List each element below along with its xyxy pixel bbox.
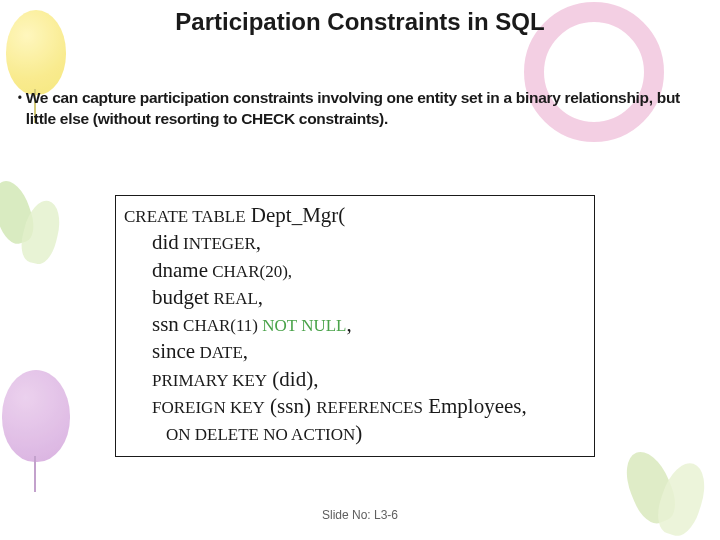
kw-not-null: NOT NULL [262,316,346,335]
code-line-1: CREATE TABLE Dept_Mgr( [124,202,586,229]
ref-table: Employees, [423,394,527,418]
kw-create-table: CREATE TABLE [124,207,246,226]
code-line-2: did INTEGER, [124,229,586,256]
comma: , [258,285,263,309]
kw-primary-key: PRIMARY KEY [152,371,267,390]
bullet-item: • We can capture participation constrain… [14,88,694,130]
col-ssn: ssn [152,312,179,336]
code-line-7: PRIMARY KEY (did), [124,366,586,393]
type-date: DATE [195,343,243,362]
decoration-leaves-left [0,170,64,290]
comma: , [243,339,248,363]
decoration-balloon-purple [2,370,70,462]
col-dname: dname [152,258,208,282]
comma: , [347,312,352,336]
col-did: did [152,230,179,254]
code-line-9: ON DELETE NO ACTION) [124,420,586,447]
code-line-5: ssn CHAR(11) NOT NULL, [124,311,586,338]
pk-cols: (did), [267,367,318,391]
kw-references: REFERENCES [316,398,423,417]
kw-foreign-key: FOREIGN KEY [152,398,265,417]
table-name: Dept_Mgr( [246,203,346,227]
kw-on-delete: ON DELETE NO ACTION [166,425,355,444]
col-budget: budget [152,285,209,309]
code-line-6: since DATE, [124,338,586,365]
bullet-marker: • [14,88,26,108]
col-since: since [152,339,195,363]
code-line-4: budget REAL, [124,284,586,311]
code-line-3: dname CHAR(20), [124,257,586,284]
slide-footer: Slide No: L3-6 [0,508,720,522]
type-integer: INTEGER [179,234,256,253]
code-line-8: FOREIGN KEY (ssn) REFERENCES Employees, [124,393,586,420]
slide-title: Participation Constraints in SQL [0,8,720,36]
comma: , [256,230,261,254]
close-paren: ) [355,421,362,445]
type-real: REAL [209,289,258,308]
fk-cols: (ssn) [265,394,316,418]
type-char20: CHAR(20), [208,262,292,281]
sql-code-block: CREATE TABLE Dept_Mgr( did INTEGER, dnam… [115,195,595,457]
type-char11: CHAR(11) [179,316,262,335]
bullet-text: We can capture participation constraints… [26,88,694,130]
